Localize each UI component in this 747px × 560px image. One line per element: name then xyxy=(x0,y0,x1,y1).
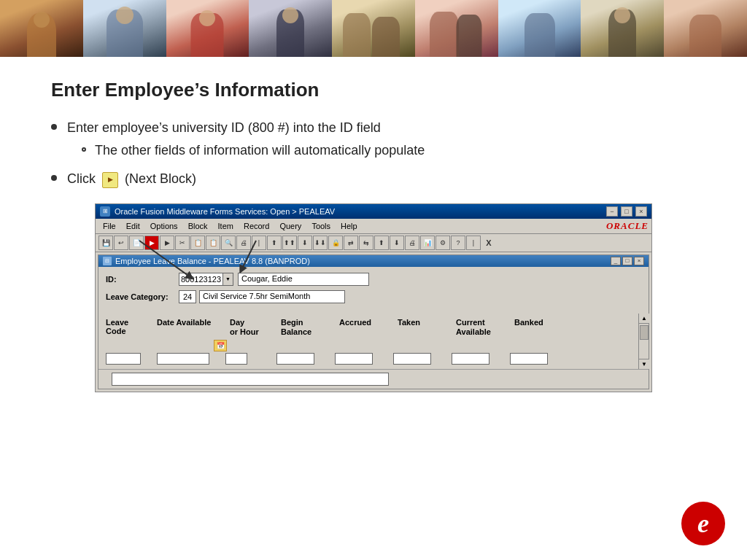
header-leave-code: Leave Code xyxy=(106,318,157,337)
toolbar-btn-22[interactable]: 📊 xyxy=(420,236,435,250)
scroll-up-btn[interactable]: ▲ xyxy=(639,314,649,324)
toolbar-btn-24[interactable]: ? xyxy=(451,236,465,250)
minimize-button[interactable]: − xyxy=(606,206,618,217)
toolbar-btn-5[interactable]: ▶ xyxy=(160,236,174,250)
bullet-item-2: Click (Next Block) xyxy=(51,170,696,188)
id-input-container[interactable]: 800123123 ▼ xyxy=(179,273,233,286)
menu-options[interactable]: Options xyxy=(146,221,182,231)
toolbar-undo-btn[interactable]: ↩ xyxy=(114,236,128,250)
inner-min-btn[interactable]: _ xyxy=(611,257,621,265)
menu-block[interactable]: Block xyxy=(184,221,212,231)
toolbar-btn-6[interactable]: ✂ xyxy=(175,236,190,250)
toolbar-btn-4[interactable]: ▶ xyxy=(144,236,159,250)
menu-item[interactable]: Item xyxy=(214,221,238,231)
id-dropdown-arrow[interactable]: ▼ xyxy=(222,273,233,285)
photo-5 xyxy=(332,0,415,57)
oracle-window-icon: ⊞ xyxy=(100,206,110,217)
bullet-list: Enter employee’s university ID (800 #) i… xyxy=(51,119,696,189)
scrollbar[interactable]: ▲ ▼ xyxy=(638,314,649,369)
change-reason-input[interactable] xyxy=(112,373,389,386)
inner-controls: _ □ × xyxy=(611,257,644,265)
header-banked: Banked xyxy=(514,318,565,337)
page-title: Enter Employee’s Information xyxy=(51,79,696,101)
toolbar-btn-11[interactable]: | xyxy=(252,236,266,250)
toolbar-btn-15[interactable]: ⬇⬇ xyxy=(313,236,328,250)
toolbar-btn-21[interactable]: 🖨 xyxy=(405,236,419,250)
toolbar-save-btn[interactable]: 💾 xyxy=(98,236,113,250)
menu-edit[interactable]: Edit xyxy=(122,221,144,231)
menu-query[interactable]: Query xyxy=(275,221,306,231)
toolbar-btn-7[interactable]: 📋 xyxy=(190,236,205,250)
menu-file[interactable]: File xyxy=(98,221,120,231)
toolbar-btn-16[interactable]: 🔒 xyxy=(328,236,343,250)
accrued-input[interactable] xyxy=(335,353,373,365)
toolbar-btn-3[interactable]: 📄 xyxy=(129,236,144,250)
toolbar-btn-8[interactable]: 📋 xyxy=(206,236,220,250)
close-button[interactable]: × xyxy=(635,206,647,217)
inner-window-title: Employee Leave Balance - PEALEAV 8.8 (BA… xyxy=(115,257,310,265)
header-date-available: Date Available xyxy=(157,318,230,337)
inner-max-btn[interactable]: □ xyxy=(622,257,632,265)
menu-bar: File Edit Options Block Item Record Quer… xyxy=(96,219,651,234)
oracle-logo: ORACLE xyxy=(606,220,649,232)
inner-title-bar: ⊟ Employee Leave Balance - PEALEAV 8.8 (… xyxy=(98,255,649,267)
bullet-dot-2 xyxy=(51,175,57,181)
title-bar-controls: − □ × xyxy=(606,206,647,217)
date-available-input[interactable] xyxy=(157,353,209,365)
toolbar-close-x[interactable]: X xyxy=(481,236,496,250)
taken-input[interactable] xyxy=(393,353,431,365)
toolbar-btn-23[interactable]: ⚙ xyxy=(436,236,450,250)
photo-8 xyxy=(581,0,664,57)
toolbar-btn-9[interactable]: 🔍 xyxy=(221,236,236,250)
table-area: Leave Code Date Available Day or Hour Be… xyxy=(98,314,649,369)
id-value: 800123123 xyxy=(179,274,222,284)
id-row: ID: 800123123 ▼ Cougar, Eddie xyxy=(106,273,641,286)
photo-3 xyxy=(166,0,249,57)
inner-window: ⊟ Employee Leave Balance - PEALEAV 8.8 (… xyxy=(98,254,649,389)
photo-6 xyxy=(415,0,498,57)
day-or-hour-input[interactable] xyxy=(225,353,247,365)
inner-close-btn[interactable]: × xyxy=(634,257,644,265)
toolbar-btn-19[interactable]: ⬆ xyxy=(374,236,389,250)
menu-record[interactable]: Record xyxy=(239,221,274,231)
oracle-window-title: Oracle Fusion Middleware Forms Services:… xyxy=(115,207,335,216)
employee-name-field[interactable]: Cougar, Eddie xyxy=(238,273,369,286)
toolbar-btn-20[interactable]: ⬇ xyxy=(390,236,404,250)
leave-code-input[interactable] xyxy=(106,353,141,365)
sub-bullet-item-1: The other fields of information will aut… xyxy=(82,141,425,160)
leave-category-row: Leave Category: 24 Civil Service 7.5hr S… xyxy=(106,290,641,303)
main-content: Enter Employee’s Information Enter emplo… xyxy=(0,57,747,407)
photo-9 xyxy=(664,0,747,57)
id-label: ID: xyxy=(106,275,179,284)
photo-strip xyxy=(0,0,747,57)
sub-dot-1 xyxy=(82,147,86,152)
leave-category-number[interactable]: 24 xyxy=(179,290,196,303)
oracle-e-letter: e xyxy=(681,502,725,545)
scroll-thumb[interactable] xyxy=(640,325,649,340)
menu-help[interactable]: Help xyxy=(336,221,362,231)
toolbar: 💾 ↩ 📄 ▶ ▶ ✂ 📋 📋 🔍 🖨 | ⬆ ⬆⬆ ⬇ ⬇⬇ 🔒 ⇄ ⇆ ⬆ … xyxy=(96,234,651,252)
banked-input[interactable] xyxy=(510,353,548,365)
leave-category-label: Leave Category: xyxy=(106,292,179,301)
begin-balance-input[interactable] xyxy=(276,353,314,365)
table-header: Leave Code Date Available Day or Hour Be… xyxy=(106,318,641,337)
leave-category-text[interactable]: Civil Service 7.5hr SemiMonth xyxy=(199,290,345,303)
toolbar-btn-10[interactable]: 🖨 xyxy=(236,236,251,250)
bullet-item-1: Enter employee’s university ID (800 #) i… xyxy=(51,119,696,163)
maximize-button[interactable]: □ xyxy=(621,206,632,217)
scroll-down-btn[interactable]: ▼ xyxy=(639,359,649,369)
toolbar-btn-13[interactable]: ⬆⬆ xyxy=(282,236,297,250)
calendar-icon[interactable]: 📅 xyxy=(214,340,227,351)
header-day-or-hour: Day or Hour xyxy=(230,318,281,337)
toolbar-btn-12[interactable]: ⬆ xyxy=(267,236,282,250)
inner-window-icon: ⊟ xyxy=(103,257,112,265)
toolbar-btn-14[interactable]: ⬇ xyxy=(298,236,312,250)
toolbar-btn-17[interactable]: ⇄ xyxy=(344,236,358,250)
menu-tools[interactable]: Tools xyxy=(307,221,335,231)
toolbar-btn-25[interactable]: | xyxy=(466,236,481,250)
header-begin-balance: Begin Balance xyxy=(281,318,339,337)
toolbar-btn-18[interactable]: ⇆ xyxy=(359,236,374,250)
header-current-available: Current Available xyxy=(456,318,514,337)
current-available-input[interactable] xyxy=(452,353,489,365)
sub-bullet-list: The other fields of information will aut… xyxy=(67,141,425,160)
